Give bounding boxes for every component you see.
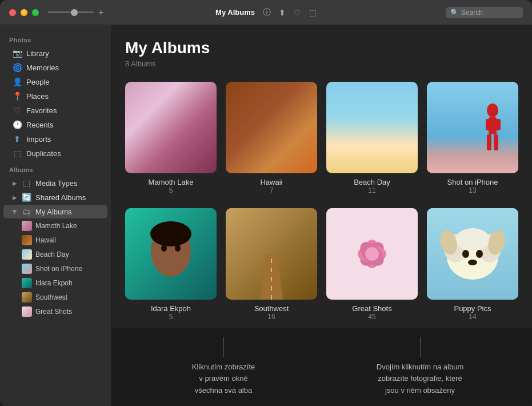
svg-point-28 — [468, 260, 477, 265]
minimize-button[interactable] — [21, 9, 27, 16]
great-shots-thumb — [22, 307, 32, 317]
sidebar-item-media-types[interactable]: ▶ ⬚ Media Types — [3, 176, 107, 190]
sidebar-sub-southwest[interactable]: Southwest — [3, 290, 107, 304]
sidebar-item-people[interactable]: 👤 People — [3, 75, 107, 89]
svg-point-9 — [150, 221, 191, 246]
sidebar-item-imports-label: Imports — [26, 135, 51, 144]
puppy-pics-thumb — [427, 208, 518, 300]
svg-point-20 — [365, 247, 379, 261]
great-shots-name: Great Shots — [352, 304, 391, 313]
album-southwest[interactable]: Southwest 16 — [226, 208, 317, 321]
southwest-thumb — [226, 208, 317, 300]
album-puppy-pics[interactable]: Puppy Pics 14 — [427, 208, 518, 321]
sidebar-item-imports[interactable]: ⬆ Imports — [3, 132, 107, 146]
traffic-lights — [9, 9, 39, 16]
zoom-slider[interactable]: + — [48, 7, 103, 18]
puppy-pics-thumb-bg — [427, 208, 518, 300]
sidebar-item-favorites[interactable]: ♡ Favorites — [3, 104, 107, 117]
annotation-left-line — [223, 337, 224, 357]
sidebar-item-recents[interactable]: 🕐 Recents — [3, 118, 107, 132]
idara-name: Idara Ekpoh — [151, 304, 191, 313]
sidebar-item-my-albums[interactable]: ▶ 🗂 My Albums — [3, 205, 107, 218]
sidebar-item-memories[interactable]: 🌀 Memories — [3, 61, 107, 74]
info-icon[interactable]: ⓘ — [263, 7, 271, 18]
hawaii-thumb — [226, 82, 317, 173]
idara-thumb-bg — [125, 208, 217, 300]
mamoth-lake-thumb-bg — [125, 82, 217, 173]
content-title: My Albums — [125, 39, 518, 57]
mamoth-lake-count: 5 — [169, 186, 173, 194]
shot-iphone-thumb — [427, 82, 518, 173]
hawaii-thumb-bg — [226, 82, 317, 173]
sidebar-sub-hawaii[interactable]: Hawaii — [3, 233, 107, 247]
content-area: My Albums 8 Albums Mamoth Lake 5 — [111, 25, 532, 328]
album-hawaii[interactable]: Hawaii 7 — [226, 82, 317, 194]
sidebar-sub-beach-day[interactable]: Beach Day — [3, 248, 107, 261]
sub-beach-label: Beach Day — [35, 250, 69, 258]
album-idara[interactable]: Idara Ekpoh 5 — [125, 208, 217, 321]
add-to-album-icon[interactable]: ⬚ — [309, 8, 317, 17]
svg-point-25 — [455, 228, 490, 251]
annotation-right-text: Dvojím kliknutím na albumzobrazíte fotog… — [377, 361, 463, 397]
sidebar-sub-mamoth-lake[interactable]: Mamoth Lake — [3, 219, 107, 233]
search-input[interactable] — [461, 9, 518, 17]
shared-albums-icon: 🔄 — [22, 193, 31, 202]
maximize-button[interactable] — [32, 9, 39, 16]
album-great-shots[interactable]: Great Shots 45 — [326, 208, 418, 321]
album-beach-day[interactable]: Beach Day 11 — [326, 82, 418, 194]
mamoth-lake-thumb — [125, 82, 217, 173]
great-shots-thumb-bg — [326, 208, 418, 300]
sidebar-sub-shot-iphone[interactable]: Shot on iPhone — [3, 262, 107, 276]
slider-thumb — [71, 9, 78, 16]
sub-southwest-label: Southwest — [35, 293, 67, 301]
shot-iphone-count: 13 — [469, 186, 476, 194]
annotation-area: Kliknutím zobrazítev pravém okněvšechna … — [111, 328, 532, 406]
svg-rect-6 — [496, 119, 501, 130]
svg-point-26 — [462, 250, 469, 258]
mamoth-thumb — [22, 221, 32, 231]
beach-day-thumb — [22, 249, 32, 260]
sidebar-item-duplicates[interactable]: ⬚ Duplicates — [3, 146, 107, 160]
svg-point-27 — [476, 250, 483, 258]
southwest-name: Southwest — [254, 304, 289, 313]
zoom-plus-icon: + — [98, 7, 103, 18]
albums-section-label: Albums — [0, 161, 111, 176]
puppy-pics-count: 14 — [469, 313, 476, 321]
sidebar-sub-idara[interactable]: Idara Ekpoh — [3, 276, 107, 290]
favorite-icon[interactable]: ♡ — [294, 8, 301, 17]
puppy-pics-name: Puppy Pics — [454, 304, 491, 313]
sidebar-item-library[interactable]: 📷 Library — [3, 46, 107, 60]
sidebar-item-shared-albums[interactable]: ▶ 🔄 Shared Albums — [3, 190, 107, 204]
window-title: My Albums — [215, 8, 255, 17]
content-subtitle: 8 Albums — [125, 59, 518, 68]
mamoth-lake-name: Mamoth Lake — [149, 178, 194, 186]
media-types-icon: ⬚ — [22, 178, 31, 188]
close-button[interactable] — [9, 9, 16, 16]
search-box[interactable]: 🔍 — [446, 7, 523, 18]
album-shot-iphone[interactable]: Shot on iPhone 13 — [427, 82, 518, 194]
favorites-icon: ♡ — [13, 106, 22, 115]
sidebar-item-recents-label: Recents — [26, 121, 54, 129]
sub-shot-iphone-label: Shot on iPhone — [35, 265, 82, 273]
great-shots-count: 45 — [368, 313, 375, 321]
svg-point-10 — [161, 245, 167, 252]
album-mamoth-lake[interactable]: Mamoth Lake 5 — [125, 82, 217, 194]
sidebar-item-favorites-label: Favorites — [26, 106, 57, 115]
annotation-right-line — [420, 337, 421, 357]
great-shots-thumb — [326, 208, 418, 300]
sidebar: Photos 📷 Library 🌀 Memories 👤 People 📍 P… — [0, 25, 111, 406]
share-icon[interactable]: ⬆ — [279, 8, 286, 17]
main-layout: Photos 📷 Library 🌀 Memories 👤 People 📍 P… — [0, 25, 532, 406]
titlebar-center: My Albums ⓘ ⬆ ♡ ⬚ — [215, 7, 317, 18]
photos-section-label: Photos — [0, 31, 111, 46]
titlebar-icons: My Albums ⓘ ⬆ ♡ ⬚ — [215, 7, 317, 18]
sidebar-item-people-label: People — [26, 78, 49, 86]
beach-day-thumb — [326, 82, 418, 173]
svg-point-1 — [487, 104, 498, 117]
recents-icon: 🕐 — [13, 120, 22, 129]
sidebar-item-my-albums-label: My Albums — [35, 208, 72, 216]
sidebar-item-places-label: Places — [26, 92, 49, 101]
duplicates-icon: ⬚ — [13, 149, 22, 158]
sidebar-item-places[interactable]: 📍 Places — [3, 89, 107, 103]
sidebar-sub-great-shots[interactable]: Great Shots — [3, 305, 107, 319]
